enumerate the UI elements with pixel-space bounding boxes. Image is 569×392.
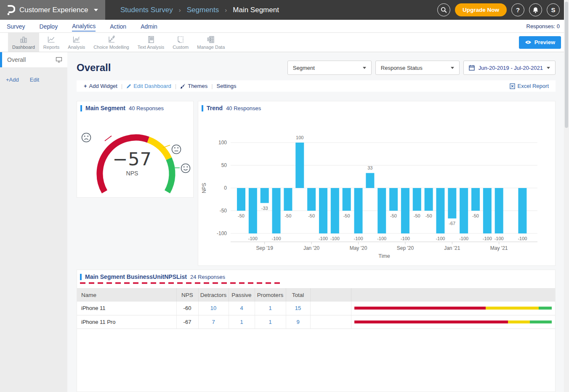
date-range-picker[interactable]: Jun-20-2019 - Jul-20-2021: [463, 61, 556, 75]
vertical-scrollbar[interactable]: [564, 0, 569, 392]
app-name: Customer Experience: [19, 6, 88, 14]
cell-passive[interactable]: 1: [229, 315, 255, 328]
col-total[interactable]: Total: [286, 288, 310, 302]
search-button[interactable]: [437, 3, 450, 16]
themes-button[interactable]: Themes: [176, 83, 211, 89]
search-icon: [441, 7, 447, 13]
nav-analytics[interactable]: Analytics: [72, 21, 96, 32]
svg-text:-50: -50: [238, 213, 245, 218]
upgrade-now-button[interactable]: Upgrade Now: [455, 3, 507, 16]
tab-label: Choice Modelling: [93, 45, 129, 50]
date-range-value: Jun-20-2019 - Jul-20-2021: [479, 65, 543, 71]
nps-trend-widget[interactable]: Trend 40 Responses 100500-50-100-50-100S…: [198, 101, 556, 266]
nav-deploy[interactable]: Deploy: [40, 21, 58, 31]
business-unit-nps-table: Name NPS Detractors Passive Promoters To…: [77, 288, 555, 329]
tab-dashboard[interactable]: Dashboard: [8, 33, 39, 52]
notifications-button[interactable]: [529, 3, 542, 16]
tab-reports[interactable]: Reports: [39, 33, 64, 52]
svg-text:Sep '19: Sep '19: [256, 245, 274, 251]
svg-text:-33: -33: [261, 206, 268, 211]
svg-text:May '20: May '20: [350, 245, 367, 251]
passive-bar-segment: [508, 320, 530, 323]
page-title: Overall: [77, 62, 111, 74]
analytics-ribbon: Dashboard Reports Analysis Choice Modell…: [0, 33, 569, 52]
add-widget-button[interactable]: +Add Widget: [80, 83, 121, 89]
svg-text:-100: -100: [459, 236, 468, 241]
svg-text:-100: -100: [319, 236, 328, 241]
nav-admin[interactable]: Admin: [141, 21, 157, 31]
tab-label: Analysis: [68, 45, 85, 50]
tab-text-analysis[interactable]: Text Analysis: [133, 33, 169, 52]
table-row[interactable]: iPhone 11 -60 10 4 1 15: [77, 302, 555, 315]
widget-accent-bar: [202, 105, 203, 111]
app-switcher[interactable]: Customer Experience: [0, 0, 105, 20]
cell-promoters[interactable]: 1: [255, 302, 286, 315]
tab-analysis[interactable]: Analysis: [64, 33, 89, 52]
cell-distribution-bar: [351, 315, 555, 328]
col-passive[interactable]: Passive: [229, 288, 255, 302]
cell-distribution-bar: [351, 302, 555, 315]
scrollbar-thumb[interactable]: [565, 2, 568, 128]
svg-text:0: 0: [224, 185, 227, 191]
col-distribution: [351, 288, 555, 302]
avatar[interactable]: S: [547, 3, 560, 16]
table-row[interactable]: iPhone 11 Pro -67 7 1 1 9: [77, 315, 555, 328]
edit-dashboard-link[interactable]: Edit: [30, 77, 39, 83]
business-unit-nps-widget[interactable]: Main Segment BusinessUnitNPSList 24 Resp…: [77, 270, 556, 392]
col-name[interactable]: Name: [77, 288, 176, 302]
nps-trend-chart: 100500-50-100-50-100Sep '19-33-100-50100…: [198, 111, 555, 263]
table-widget-responses: 24 Responses: [190, 274, 225, 280]
sidebar-item-overall[interactable]: Overall: [0, 52, 67, 67]
col-promoters[interactable]: Promoters: [255, 288, 286, 302]
excel-report-label: Excel Report: [518, 83, 549, 89]
edit-dashboard-button[interactable]: Edit Dashboard: [122, 83, 175, 89]
breadcrumb-survey[interactable]: Students Survey: [120, 6, 173, 14]
nps-gauge-widget[interactable]: Main Segment 40 Responses −57 NPS: [77, 101, 194, 198]
nav-action[interactable]: Action: [110, 21, 126, 31]
cell-spacer: [310, 302, 351, 315]
add-dashboard-link[interactable]: +Add: [6, 77, 19, 83]
chevron-down-icon: [363, 67, 366, 69]
cell-detractors[interactable]: 10: [198, 302, 229, 315]
svg-text:50: 50: [221, 162, 227, 168]
svg-text:-100: -100: [495, 236, 504, 241]
top-bar: Customer Experience Students Survey › Se…: [0, 0, 569, 20]
tab-choice-modelling[interactable]: Choice Modelling: [89, 33, 133, 52]
promoters-bar-segment: [530, 320, 552, 323]
svg-text:-100: -100: [401, 236, 410, 241]
col-spacer: [310, 288, 351, 302]
breadcrumb-separator: ›: [179, 6, 181, 13]
cell-name: iPhone 11: [77, 302, 176, 315]
cell-total[interactable]: 15: [286, 302, 310, 315]
settings-button[interactable]: Settings: [213, 83, 240, 89]
cell-detractors[interactable]: 7: [198, 315, 229, 328]
svg-text:33: 33: [367, 165, 372, 170]
col-nps[interactable]: NPS: [176, 288, 198, 302]
tab-manage-data[interactable]: Manage Data: [193, 33, 229, 52]
segment-filter-select[interactable]: Segment: [287, 61, 372, 75]
dashboard-actions-bar: +Add Widget | Edit Dashboard | Themes | …: [77, 80, 556, 92]
plus-icon: +: [84, 83, 87, 89]
svg-text:-100: -100: [483, 236, 492, 241]
svg-text:Sep '20: Sep '20: [397, 245, 414, 251]
book-icon: [147, 35, 155, 44]
cell-total[interactable]: 9: [286, 315, 310, 328]
cell-nps: -67: [176, 315, 198, 328]
themes-label: Themes: [188, 83, 207, 89]
nav-survey[interactable]: Survey: [7, 21, 25, 31]
breadcrumb-segments[interactable]: Segments: [187, 6, 219, 14]
svg-text:May '21: May '21: [490, 245, 508, 251]
cell-passive[interactable]: 4: [229, 302, 255, 315]
cell-promoters[interactable]: 1: [255, 315, 286, 328]
scatter-chart-icon: [107, 35, 116, 44]
excel-report-button[interactable]: Excel Report: [510, 83, 552, 89]
breadcrumb-current: Main Segment: [233, 6, 279, 14]
help-button[interactable]: ?: [511, 3, 524, 16]
svg-text:-50: -50: [284, 213, 291, 218]
questionpro-logo-icon: [6, 5, 15, 16]
edit-dashboard-label: Edit Dashboard: [133, 83, 171, 89]
preview-button[interactable]: Preview: [519, 36, 561, 49]
tab-custom[interactable]: Custom: [168, 33, 193, 52]
col-detractors[interactable]: Detractors: [198, 288, 229, 302]
response-status-filter-select[interactable]: Response Status: [375, 61, 460, 75]
